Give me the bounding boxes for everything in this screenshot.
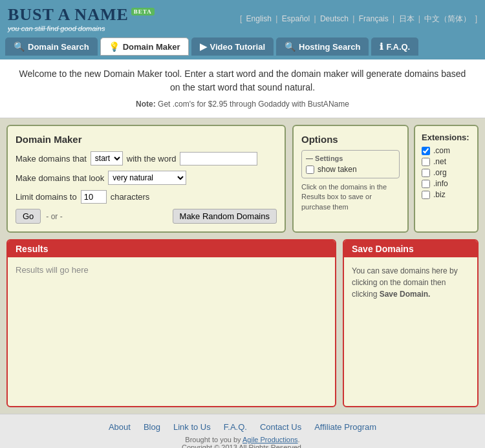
settings-label-text: — xyxy=(306,155,315,162)
results-content: Results will go here xyxy=(8,257,335,406)
maker-row-1: Make domains that start end with the wor… xyxy=(16,151,277,165)
domain-maker-box: Domain Maker Make domains that start end… xyxy=(6,125,286,233)
maker-buttons: Go - or - Make Random Domains xyxy=(16,209,277,224)
footer-about[interactable]: About xyxy=(109,422,131,432)
header: BUST A NAMEBETA you can still find good … xyxy=(0,0,485,37)
ext-net-label: .net xyxy=(433,157,446,166)
ext-biz-checkbox[interactable] xyxy=(422,191,430,199)
agile-link[interactable]: Agile Productions xyxy=(242,436,298,443)
navigation: 🔍 Domain Search 💡 Domain Maker ▶ Video T… xyxy=(0,37,485,59)
footer-contact-us[interactable]: Contact Us xyxy=(260,422,301,432)
options-help-text: Click on the domains in the Results box … xyxy=(301,182,400,212)
ext-com-label: .com xyxy=(433,146,450,155)
lang-japanese[interactable]: 日本 xyxy=(399,14,415,23)
footer-link-to-us[interactable]: Link to Us xyxy=(173,422,211,432)
row2-label: Make domains that look xyxy=(16,173,104,183)
ext-com-checkbox[interactable] xyxy=(422,147,430,155)
note-label: Note: xyxy=(136,100,156,109)
main-content: Domain Maker Make domains that start end… xyxy=(0,118,485,414)
hosting-search-icon: 🔍 xyxy=(285,41,296,52)
play-icon: ▶ xyxy=(200,41,207,52)
show-taken-row: show taken xyxy=(306,165,395,174)
logo: BUST A NAMEBETA xyxy=(8,5,155,25)
ext-org: .org xyxy=(422,168,471,177)
ext-biz-label: .biz xyxy=(433,190,446,199)
info-icon: ℹ xyxy=(380,41,383,52)
ext-info-label: .info xyxy=(433,179,448,188)
start-word-input[interactable] xyxy=(180,152,257,165)
footer-copyright: Brought to you by Agile Productions. Cop… xyxy=(8,436,477,448)
char-limit-input[interactable] xyxy=(81,190,107,204)
brought-by: Brought to you by xyxy=(185,436,242,443)
start-end-select[interactable]: start end xyxy=(91,151,123,165)
maker-row-3: Limit domains to characters xyxy=(16,190,277,204)
show-taken-checkbox[interactable] xyxy=(306,165,314,174)
lang-espanol[interactable]: Español xyxy=(282,14,310,23)
row3-label1: Limit domains to xyxy=(16,192,77,202)
language-bar: [ English | Español | Deutsch | Français… xyxy=(240,14,477,25)
tab-video-tutorial[interactable]: ▶ Video Tutorial xyxy=(191,37,274,56)
results-header: Results xyxy=(8,240,335,257)
agile-text: Agile Productions xyxy=(242,436,298,443)
tab-domain-search-label: Domain Search xyxy=(28,42,89,52)
footer-affiliate[interactable]: Affiliate Program xyxy=(314,422,376,432)
lang-francais[interactable]: Français xyxy=(359,14,389,23)
ext-org-checkbox[interactable] xyxy=(422,169,430,177)
right-column: Options — Settings show taken Click on t… xyxy=(292,125,479,233)
lang-chinese[interactable]: 中文（简体） xyxy=(424,14,471,23)
domain-maker-title: Domain Maker xyxy=(16,134,277,145)
ext-biz: .biz xyxy=(422,190,471,199)
extensions-title: Extensions: xyxy=(422,133,471,142)
settings-label: — Settings xyxy=(306,155,395,162)
or-label: - or - xyxy=(46,212,62,221)
copyright-text: Copyright © 2013 All Rights Reserved. xyxy=(182,443,303,448)
ext-net-checkbox[interactable] xyxy=(422,158,430,166)
settings-section: — Settings show taken xyxy=(301,150,400,178)
maker-buttons-wrap: Go - or - Make Random Domains xyxy=(16,209,277,224)
options-box: Options — Settings show taken Click on t… xyxy=(292,125,409,233)
random-domains-button[interactable]: Make Random Domains xyxy=(173,209,277,224)
welcome-section: Welcome to the new Domain Maker tool. En… xyxy=(0,59,485,118)
tab-faq-label: F.A.Q. xyxy=(386,42,410,52)
footer-links: About Blog Link to Us F.A.Q. Contact Us … xyxy=(8,422,477,432)
footer-blog[interactable]: Blog xyxy=(144,422,160,432)
lightbulb-icon: 💡 xyxy=(109,41,120,52)
maker-row-2: Make domains that look very natural some… xyxy=(16,171,277,185)
row1-label2: with the word xyxy=(127,154,177,164)
results-placeholder: Results will go here xyxy=(16,265,89,275)
ext-info: .info xyxy=(422,179,471,188)
ext-info-checkbox[interactable] xyxy=(422,180,430,188)
show-taken-label: show taken xyxy=(318,165,357,174)
ext-net: .net xyxy=(422,157,471,166)
welcome-note: Note: Get .com's for $2.95 through Godad… xyxy=(13,98,472,110)
save-domains-header: Save Domains xyxy=(344,240,477,257)
search-icon: 🔍 xyxy=(14,41,25,52)
tab-domain-maker[interactable]: 💡 Domain Maker xyxy=(100,37,189,56)
welcome-text: Welcome to the new Domain Maker tool. En… xyxy=(13,67,472,94)
footer: About Blog Link to Us F.A.Q. Contact Us … xyxy=(0,414,485,448)
extensions-box: Extensions: .com .net .org .info xyxy=(414,125,479,233)
top-row: Domain Maker Make domains that start end… xyxy=(6,125,479,233)
tab-video-tutorial-label: Video Tutorial xyxy=(210,42,265,52)
logo-beta: BETA xyxy=(131,8,155,16)
go-button[interactable]: Go xyxy=(16,209,41,224)
row3-label2: characters xyxy=(111,192,150,202)
bottom-row: Results Results will go here Save Domain… xyxy=(6,239,479,407)
tab-faq[interactable]: ℹ F.A.Q. xyxy=(371,37,418,56)
save-domains-box: Save Domains You can save domains here b… xyxy=(343,239,479,407)
footer-faq[interactable]: F.A.Q. xyxy=(224,422,247,432)
logo-tagline: you can still find good domains xyxy=(8,25,155,32)
row1-label1: Make domains that xyxy=(16,154,87,164)
results-box: Results Results will go here xyxy=(6,239,336,407)
save-domains-content: You can save domains here by clicking on… xyxy=(344,257,477,406)
lang-english[interactable]: English xyxy=(246,14,272,23)
lang-deutsch[interactable]: Deutsch xyxy=(320,14,349,23)
tab-hosting-search-label: Hosting Search xyxy=(299,42,360,52)
ext-org-label: .org xyxy=(433,168,447,177)
tab-hosting-search[interactable]: 🔍 Hosting Search xyxy=(276,37,369,56)
options-title: Options xyxy=(301,134,400,145)
natural-select[interactable]: very natural somewhat natural any xyxy=(108,171,186,185)
logo-name: BUST A NAME xyxy=(8,5,129,24)
tab-domain-maker-label: Domain Maker xyxy=(123,42,180,52)
tab-domain-search[interactable]: 🔍 Domain Search xyxy=(5,37,98,56)
